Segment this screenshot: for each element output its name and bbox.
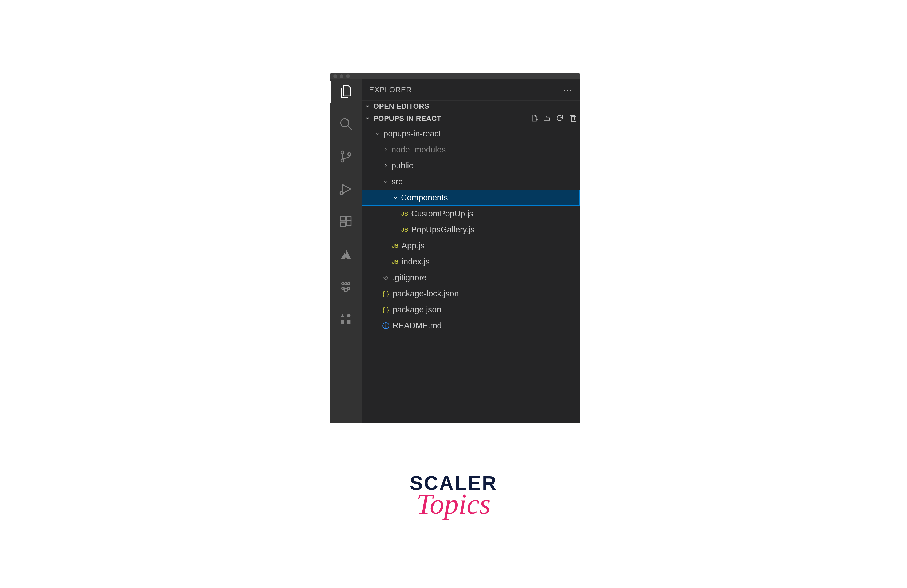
svg-rect-7 [341,216,345,221]
shapes-icon [339,312,353,327]
folder-label: node_modules [391,145,445,155]
activity-copilot[interactable] [338,279,354,295]
chevron-down-icon [393,195,398,201]
files-icon [339,85,353,99]
file-label: README.md [393,321,442,331]
copilot-icon [339,280,353,294]
tree-file-popupsgallery[interactable]: JS PopUpsGallery.js [362,222,580,238]
new-file-button[interactable] [530,114,538,123]
new-folder-button[interactable] [543,114,551,123]
js-file-icon: JS [401,226,409,233]
tree-folder-node-modules[interactable]: node_modules [362,142,580,158]
activity-atlassian[interactable] [338,246,354,262]
debug-icon [339,182,353,197]
branch-icon [339,150,353,165]
activity-misc[interactable] [338,312,354,328]
svg-line-1 [348,126,352,130]
svg-point-4 [348,153,351,156]
activity-search[interactable] [338,117,354,133]
svg-point-14 [342,287,344,289]
activity-extensions[interactable] [338,214,354,230]
folder-label: Components [401,193,448,203]
gitignore-icon [382,275,390,281]
workspace-label: POPUPS IN REACT [373,115,441,123]
tree-file-indexjs[interactable]: JS index.js [362,254,580,270]
folder-label: popups-in-react [383,129,441,139]
collapse-all-button[interactable] [569,114,577,123]
file-label: index.js [402,257,429,267]
file-label: package-lock.json [393,289,459,299]
tree-file-gitignore[interactable]: .gitignore [362,270,580,286]
window-zoom-dot[interactable] [346,74,350,78]
json-file-icon: { } [382,306,390,314]
window-body: EXPLORER ··· OPEN EDITORS POPUPS IN REAC… [330,79,580,423]
svg-point-11 [342,283,344,285]
extensions-icon [339,214,353,230]
svg-point-12 [348,283,350,285]
svg-marker-20 [347,320,351,324]
js-file-icon: JS [391,258,399,265]
tree-folder-root[interactable]: popups-in-react [362,126,580,142]
file-tree: popups-in-react node_modules public src [362,125,580,334]
svg-point-13 [345,283,347,285]
chevron-down-icon [383,179,389,185]
tree-folder-components[interactable]: Components [362,190,580,206]
chevron-right-icon [383,163,389,169]
activity-bar [330,79,362,423]
open-editors-label: OPEN EDITORS [373,102,429,110]
svg-point-16 [344,288,348,292]
watermark-line2: Topics [410,487,497,521]
svg-point-0 [341,119,349,127]
tree-file-packagelock[interactable]: { } package-lock.json [362,286,580,302]
tree-file-custompopup[interactable]: JS CustomPopUp.js [362,206,580,222]
window-minimize-dot[interactable] [340,74,343,78]
tree-file-appjs[interactable]: JS App.js [362,238,580,254]
activity-source-control[interactable] [338,149,354,165]
refresh-button[interactable] [556,114,564,123]
tree-folder-src[interactable]: src [362,174,580,190]
js-file-icon: JS [391,242,399,249]
activity-run-debug[interactable] [338,182,354,198]
scaler-topics-watermark: SCALER Topics [410,472,497,521]
window-close-dot[interactable] [333,74,337,78]
vscode-window: EXPLORER ··· OPEN EDITORS POPUPS IN REAC… [330,73,580,423]
svg-rect-27 [570,115,575,120]
workspace-actions [530,114,577,123]
svg-point-15 [348,287,350,289]
chevron-down-icon [375,131,381,137]
svg-rect-9 [341,222,345,227]
search-icon [339,117,353,132]
svg-point-18 [347,314,351,318]
svg-marker-17 [341,314,344,318]
svg-rect-8 [346,216,351,221]
svg-rect-19 [341,320,344,324]
tree-folder-public[interactable]: public [362,158,580,174]
file-label: PopUpsGallery.js [411,225,474,235]
file-label: App.js [402,241,425,251]
folder-label: src [391,177,402,187]
tree-file-readme[interactable]: ⓘ README.md [362,318,580,334]
svg-rect-10 [346,221,351,225]
js-file-icon: JS [401,210,409,217]
file-label: .gitignore [393,273,427,283]
chevron-down-icon [364,103,371,110]
activity-explorer[interactable] [338,84,354,100]
explorer-header: EXPLORER ··· [362,79,580,101]
info-file-icon: ⓘ [382,321,390,331]
open-editors-section[interactable]: OPEN EDITORS [362,101,580,112]
svg-point-3 [341,159,344,162]
folder-label: public [391,161,413,171]
explorer-more-button[interactable]: ··· [563,85,572,95]
explorer-title: EXPLORER [369,86,412,94]
window-titlebar [330,73,580,79]
json-file-icon: { } [382,290,390,298]
file-label: package.json [393,305,441,315]
chevron-right-icon [383,147,389,153]
file-label: CustomPopUp.js [411,209,473,219]
svg-point-31 [385,277,386,278]
tree-file-packagejson[interactable]: { } package.json [362,302,580,318]
workspace-section[interactable]: POPUPS IN REACT [362,112,580,125]
explorer-sidebar: EXPLORER ··· OPEN EDITORS POPUPS IN REAC… [362,79,580,423]
atlassian-icon [339,247,353,262]
chevron-down-icon [364,115,371,122]
